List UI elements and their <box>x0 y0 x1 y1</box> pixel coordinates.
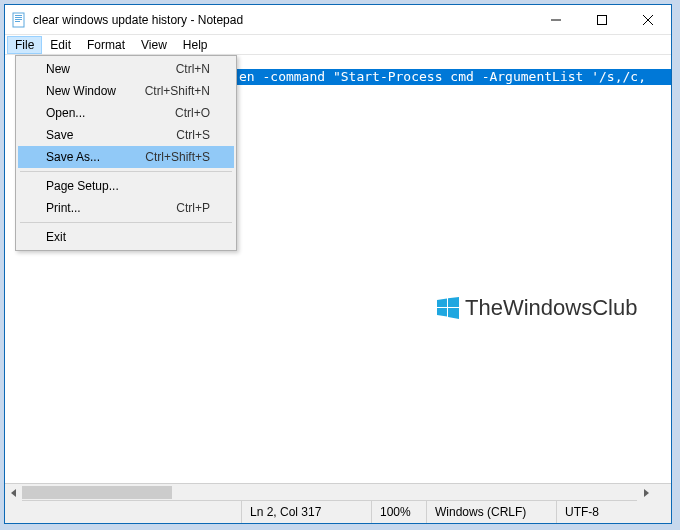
file-menu-dropdown: New Ctrl+N New Window Ctrl+Shift+N Open.… <box>15 55 237 251</box>
menu-view[interactable]: View <box>133 36 175 54</box>
maximize-button[interactable] <box>579 5 625 35</box>
svg-marker-11 <box>437 308 447 317</box>
menu-shortcut: Ctrl+O <box>175 106 210 120</box>
menu-open[interactable]: Open... Ctrl+O <box>18 102 234 124</box>
menu-shortcut: Ctrl+Shift+N <box>145 84 210 98</box>
scroll-thumb[interactable] <box>22 486 172 499</box>
svg-rect-2 <box>15 17 22 18</box>
menu-separator <box>20 171 232 172</box>
svg-rect-1 <box>15 15 22 16</box>
menu-shortcut: Ctrl+S <box>176 128 210 142</box>
windows-logo-icon <box>435 295 461 321</box>
svg-marker-14 <box>644 489 649 497</box>
close-button[interactable] <box>625 5 671 35</box>
menu-exit[interactable]: Exit <box>18 226 234 248</box>
menu-edit[interactable]: Edit <box>42 36 79 54</box>
menu-label: Print... <box>46 201 81 215</box>
minimize-button[interactable] <box>533 5 579 35</box>
watermark: TheWindowsClub <box>435 295 637 321</box>
svg-marker-13 <box>11 489 16 497</box>
menubar: File Edit Format View Help <box>5 35 671 55</box>
menu-file[interactable]: File <box>7 36 42 54</box>
window-controls <box>533 5 671 35</box>
menu-save-as[interactable]: Save As... Ctrl+Shift+S <box>18 146 234 168</box>
menu-label: New <box>46 62 70 76</box>
status-spacer <box>5 501 241 523</box>
notepad-window: clear windows update history - Notepad F… <box>4 4 672 524</box>
titlebar: clear windows update history - Notepad <box>5 5 671 35</box>
menu-separator <box>20 222 232 223</box>
status-lineending: Windows (CRLF) <box>426 501 556 523</box>
notepad-icon <box>11 12 27 28</box>
status-encoding: UTF-8 <box>556 501 671 523</box>
svg-marker-12 <box>448 308 459 319</box>
menu-new-window[interactable]: New Window Ctrl+Shift+N <box>18 80 234 102</box>
menu-save[interactable]: Save Ctrl+S <box>18 124 234 146</box>
menu-label: Save As... <box>46 150 100 164</box>
window-title: clear windows update history - Notepad <box>33 13 243 27</box>
svg-marker-10 <box>448 297 459 307</box>
statusbar: Ln 2, Col 317 100% Windows (CRLF) UTF-8 <box>5 500 671 523</box>
horizontal-scrollbar[interactable] <box>5 483 671 500</box>
menu-help[interactable]: Help <box>175 36 216 54</box>
menu-print[interactable]: Print... Ctrl+P <box>18 197 234 219</box>
menu-label: Exit <box>46 230 66 244</box>
selected-text: en -command "Start-Process cmd -Argument… <box>237 69 671 85</box>
svg-rect-6 <box>598 15 607 24</box>
menu-label: New Window <box>46 84 116 98</box>
menu-shortcut: Ctrl+N <box>176 62 210 76</box>
menu-page-setup[interactable]: Page Setup... <box>18 175 234 197</box>
menu-new[interactable]: New Ctrl+N <box>18 58 234 80</box>
menu-label: Page Setup... <box>46 179 119 193</box>
svg-rect-3 <box>15 19 22 20</box>
status-zoom: 100% <box>371 501 426 523</box>
watermark-text: TheWindowsClub <box>465 295 637 321</box>
svg-rect-4 <box>15 21 20 22</box>
menu-label: Open... <box>46 106 85 120</box>
menu-format[interactable]: Format <box>79 36 133 54</box>
menu-shortcut: Ctrl+P <box>176 201 210 215</box>
menu-label: Save <box>46 128 73 142</box>
scroll-right-button[interactable] <box>637 484 654 501</box>
scroll-corner <box>654 484 671 501</box>
svg-marker-9 <box>437 299 447 308</box>
status-position: Ln 2, Col 317 <box>241 501 371 523</box>
scroll-left-button[interactable] <box>5 484 22 501</box>
menu-shortcut: Ctrl+Shift+S <box>145 150 210 164</box>
